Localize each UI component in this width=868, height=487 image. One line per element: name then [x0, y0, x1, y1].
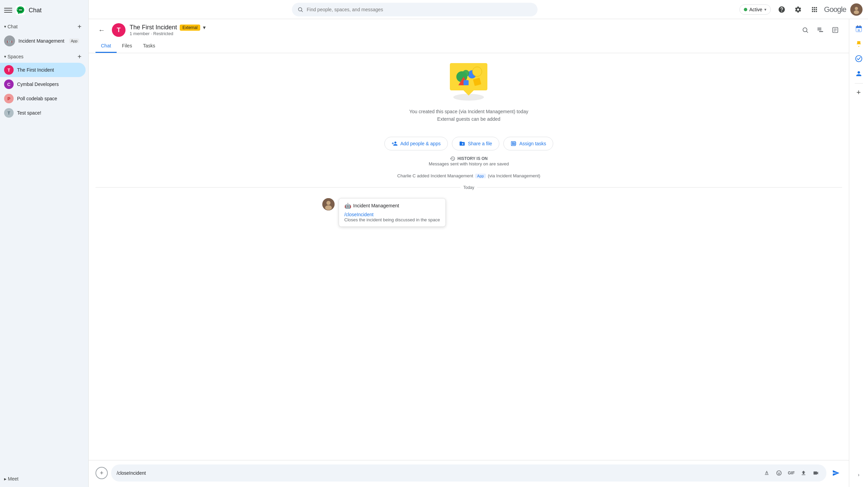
assign-tasks-button[interactable]: Assign tasks — [503, 137, 554, 150]
external-badge: External — [180, 25, 200, 31]
chat-search-button[interactable] — [798, 23, 812, 37]
add-chat-button[interactable]: + — [75, 22, 84, 31]
tab-files[interactable]: Files — [117, 40, 138, 53]
spaces-arrow-icon: ▾ — [4, 54, 6, 59]
right-sidebar-divider — [855, 83, 863, 84]
upload-button[interactable] — [798, 468, 809, 478]
autocomplete-sender-name: Incident Management — [353, 203, 399, 208]
format-text-button[interactable] — [762, 468, 772, 478]
sidebar-item-poll-codelab[interactable]: P Poll codelab space — [0, 91, 86, 106]
space-header-avatar: T — [112, 23, 126, 37]
space-dropdown-arrow[interactable]: ▾ — [203, 24, 206, 31]
history-subtitle: Messages sent with history on are saved — [429, 161, 509, 166]
autocomplete-sender-row: 🤖 Incident Management — [344, 203, 440, 209]
svg-point-3 — [20, 10, 21, 11]
svg-rect-30 — [856, 27, 862, 28]
share-file-button[interactable]: Share a file — [452, 137, 499, 150]
history-banner: HISTORY IS ON Messages sent with history… — [95, 156, 842, 166]
chat-header-left: ← T The First Incident External ▾ 1 memb… — [95, 23, 206, 37]
app-name: Chat — [29, 7, 42, 14]
spaces-section-header[interactable]: ▾ Spaces + — [0, 49, 88, 63]
right-sidebar-keep[interactable] — [852, 37, 866, 50]
gif-button[interactable]: GIF — [786, 468, 796, 478]
space-title-row: The First Incident External ▾ — [130, 24, 206, 31]
apps-button[interactable] — [808, 3, 821, 16]
description-button[interactable] — [828, 23, 842, 37]
meet-arrow-icon: ▸ — [4, 476, 6, 482]
space-avatar-t1: T — [4, 65, 14, 75]
system-msg-text: Charlie C added Incident Management — [397, 173, 473, 178]
svg-point-4 — [21, 10, 22, 11]
search-input[interactable] — [307, 7, 532, 12]
svg-rect-11 — [818, 29, 822, 30]
today-label-text: Today — [463, 185, 474, 190]
input-area: + — [89, 460, 849, 487]
meet-section[interactable]: ▸ Meet — [0, 473, 88, 484]
google-text-logo: Google — [824, 5, 846, 14]
sidebar-item-incident-management[interactable]: 🤖 Incident Management App — [0, 33, 86, 49]
chat-area: ← T The First Incident External ▾ 1 memb… — [89, 19, 849, 487]
gif-icon: GIF — [788, 471, 795, 475]
settings-icon — [794, 6, 802, 13]
space-label-the-first-incident: The First Incident — [17, 67, 54, 73]
tasks-icon — [511, 141, 517, 147]
message-body: 🤖 Incident Management /closeIncident Clo… — [339, 198, 446, 230]
sidebar-item-the-first-incident[interactable]: T The First Incident — [0, 63, 86, 77]
tasks-sidebar-icon — [855, 55, 863, 62]
add-people-apps-button[interactable]: Add people & apps — [384, 137, 448, 150]
right-sidebar-add-button[interactable]: + — [853, 86, 865, 99]
spaces-section-label: Spaces — [8, 54, 24, 59]
toggle-thread-button[interactable] — [813, 23, 827, 37]
settings-button[interactable] — [791, 3, 805, 16]
chat-header-top: ← T The First Incident External ▾ 1 memb… — [95, 23, 842, 37]
attach-button[interactable]: + — [95, 467, 108, 479]
sidebar-item-cymbal-developers[interactable]: C Cymbal Developers — [0, 77, 86, 91]
hamburger-menu[interactable] — [4, 6, 12, 14]
add-people-label: Add people & apps — [400, 141, 441, 146]
right-sidebar-tasks[interactable] — [852, 52, 866, 65]
right-sidebar-expand[interactable]: › — [852, 468, 866, 482]
history-icon — [450, 156, 455, 161]
search-bar[interactable] — [292, 3, 538, 16]
help-button[interactable] — [775, 3, 789, 16]
main-content: ← T The First Incident External ▾ 1 memb… — [89, 19, 868, 487]
autocomplete-command[interactable]: /closeIncident — [344, 212, 440, 217]
sidebar-item-test-space[interactable]: T Test space! — [0, 106, 86, 120]
tab-chat[interactable]: Chat — [95, 40, 117, 53]
status-dot — [744, 8, 747, 11]
space-label-cymbal: Cymbal Developers — [17, 82, 59, 87]
svg-point-36 — [855, 56, 862, 62]
svg-rect-22 — [464, 80, 469, 85]
space-label-poll: Poll codelab space — [17, 96, 57, 101]
format-text-icon — [764, 470, 770, 476]
space-meta: 1 member · Restricted — [130, 31, 206, 36]
autocomplete-card[interactable]: 🤖 Incident Management /closeIncident Clo… — [339, 198, 446, 227]
svg-point-27 — [325, 205, 332, 210]
apps-icon — [811, 6, 818, 13]
autocomplete-description: Closes the incident being discussed in t… — [344, 217, 440, 222]
back-button[interactable]: ← — [95, 24, 108, 36]
user-avatar[interactable] — [850, 3, 863, 16]
incident-management-label: Incident Management — [18, 38, 64, 44]
right-sidebar-contacts[interactable] — [852, 67, 866, 80]
message-input-wrapper: GIF — [111, 464, 826, 482]
add-space-button[interactable]: + — [75, 52, 84, 61]
message-sender-avatar — [322, 198, 335, 210]
keep-icon — [855, 40, 863, 47]
space-avatar-c: C — [4, 79, 14, 89]
chat-section-header[interactable]: ▾ Chat + — [0, 19, 88, 33]
message-input[interactable] — [117, 470, 759, 476]
status-pill[interactable]: Active ▾ — [739, 4, 771, 15]
contacts-icon — [855, 70, 863, 77]
chat-search-icon — [802, 27, 809, 33]
main-panel: Active ▾ Google — [89, 0, 868, 487]
chat-arrow-icon: ▾ — [4, 24, 6, 29]
send-button[interactable] — [830, 467, 842, 479]
tab-tasks[interactable]: Tasks — [137, 40, 161, 53]
search-icon — [297, 6, 303, 13]
space-title-info: The First Incident External ▾ 1 member ·… — [130, 24, 206, 36]
right-sidebar-calendar[interactable]: 31 — [852, 22, 866, 35]
app-badge-label: App — [69, 39, 79, 43]
emoji-button[interactable] — [774, 468, 784, 478]
video-call-button[interactable] — [811, 468, 821, 478]
